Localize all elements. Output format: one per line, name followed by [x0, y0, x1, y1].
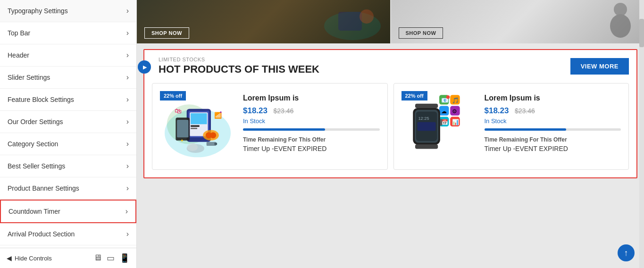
svg-rect-12 — [191, 128, 197, 129]
product-cards: 22% off — [144, 78, 636, 177]
chevron-right-icon: › — [126, 29, 129, 37]
sidebar-item-top-bar[interactable]: Top Bar › — [0, 22, 136, 44]
product-image-1: 📶 🛍 ✦ ● — [162, 93, 233, 159]
chevron-right-icon: › — [126, 95, 129, 104]
mobile-icon[interactable]: 📱 — [119, 253, 130, 263]
svg-rect-11 — [191, 125, 200, 127]
view-more-button[interactable]: VIEW MORE — [570, 58, 629, 75]
sidebar-item-label: Top Bar — [8, 29, 30, 37]
svg-rect-14 — [177, 120, 188, 137]
chevron-right-icon: › — [126, 162, 129, 170]
shop-now-button-left[interactable]: SHOP NOW — [144, 27, 189, 39]
chevron-right-icon: › — [126, 140, 129, 148]
device-icons: 🖥 ▭ 📱 — [93, 253, 130, 263]
sidebar: Typography Settings › Top Bar › Header ›… — [0, 0, 137, 268]
sidebar-item-slider-settings[interactable]: Slider Settings › — [0, 67, 136, 89]
svg-text:✦: ✦ — [180, 138, 184, 143]
product-image-area-1: 22% off — [160, 91, 235, 162]
scroll-to-top-button[interactable] — [618, 244, 635, 261]
sidebar-item-label: Countdown Timer — [8, 208, 60, 215]
svg-text:🎵: 🎵 — [452, 96, 459, 103]
banner-left-image — [319, 2, 385, 40]
svg-text:⚙: ⚙ — [452, 108, 457, 115]
chevron-right-icon: › — [125, 207, 128, 216]
svg-text:📊: 📊 — [452, 118, 459, 126]
hot-products-title-block: LIMITED STOCKS HOT PRODUCTS OF THIS WEEK — [159, 57, 319, 75]
product-name-2: Lorem Ipsum is — [485, 94, 621, 102]
tablet-icon[interactable]: ▭ — [107, 253, 115, 263]
banner-right-image — [602, 0, 639, 38]
sidebar-item-arrival-product-section[interactable]: Arrival Product Section › — [0, 223, 136, 245]
sidebar-item-label: Header — [8, 51, 29, 59]
svg-point-3 — [614, 3, 627, 16]
chevron-right-icon: › — [126, 184, 129, 193]
sidebar-item-label: Slider Settings — [8, 74, 50, 81]
svg-point-46 — [446, 95, 449, 99]
discount-badge-2: 22% off — [401, 91, 427, 100]
product-name-1: Lorem Ipsum is — [243, 94, 380, 102]
timer-label-1: Time Remaining For This Offer — [243, 136, 380, 143]
main-content: SHOP NOW SHOP NOW LIMITED STOCKS HOT PRO… — [137, 0, 644, 268]
sidebar-item-countdown-timer[interactable]: Countdown Timer › — [0, 200, 136, 223]
product-price-old-2: $23.46 — [515, 107, 535, 115]
sidebar-item-category-section[interactable]: Category Section › — [0, 133, 136, 155]
chevron-right-icon: › — [126, 7, 129, 15]
chevron-right-icon: › — [126, 230, 129, 238]
sidebar-item-feature-block-settings[interactable]: Feature Block Settings › — [0, 89, 136, 111]
arrow-left-icon: ◀ — [7, 254, 12, 262]
svg-point-21 — [187, 143, 198, 151]
banner-left: SHOP NOW — [137, 0, 390, 43]
svg-point-17 — [210, 132, 216, 138]
sidebar-scroll[interactable]: Typography Settings › Top Bar › Header ›… — [0, 0, 136, 248]
product-image-area-2: 22% off 📧 🎵 ⚙ ☁ 📊 — [401, 91, 477, 162]
svg-rect-1 — [338, 12, 362, 31]
shop-now-button-right[interactable]: SHOP NOW — [399, 27, 443, 39]
timer-label-2: Time Remaining For This Offer — [485, 136, 621, 143]
svg-rect-45 — [440, 119, 442, 126]
in-stock-1: In Stock — [243, 117, 380, 125]
hide-controls-button[interactable]: ◀ Hide Controls — [7, 254, 52, 262]
svg-rect-10 — [191, 113, 207, 124]
right-scrollbar[interactable] — [639, 0, 644, 268]
product-price-old-1: $23.46 — [273, 107, 293, 115]
chevron-right-icon: › — [126, 51, 129, 59]
discount-badge-1: 22% off — [160, 91, 186, 100]
progress-bar-fill-1 — [243, 128, 325, 131]
timer-expired-2: Timer Up -EVENT EXPIRED — [485, 145, 621, 152]
product-card-2: 22% off 📧 🎵 ⚙ ☁ 📊 — [393, 83, 629, 170]
sidebar-item-label: Best Seller Settings — [8, 162, 65, 170]
svg-point-2 — [360, 9, 374, 24]
sidebar-item-best-seller-settings[interactable]: Best Seller Settings › — [0, 155, 136, 177]
hot-products-title: HOT PRODUCTS OF THIS WEEK — [159, 63, 319, 75]
desktop-icon[interactable]: 🖥 — [93, 253, 102, 263]
progress-bar-bg-1 — [243, 128, 380, 131]
sidebar-item-label: Typography Settings — [8, 7, 68, 15]
progress-bar-fill-2 — [485, 128, 567, 131]
product-info-2: Lorem Ipsum is $18.23 $23.46 In Stock Ti… — [485, 91, 621, 152]
svg-rect-39 — [415, 144, 437, 149]
product-card-1: 22% off — [152, 83, 388, 170]
hot-products-header: LIMITED STOCKS HOT PRODUCTS OF THIS WEEK… — [144, 50, 636, 78]
sidebar-item-label: Category Section — [8, 140, 58, 148]
hot-products-section: LIMITED STOCKS HOT PRODUCTS OF THIS WEEK… — [143, 49, 637, 178]
svg-point-4 — [610, 14, 631, 38]
svg-rect-23 — [214, 143, 217, 145]
sidebar-item-our-order-settings[interactable]: Our Order Settings › — [0, 111, 136, 133]
product-image-2: 📧 🎵 ⚙ ☁ 📊 📅 — [409, 92, 470, 161]
sidebar-item-product-banner-settings[interactable]: Product Banner Settings › — [0, 177, 136, 200]
product-price-new-2: $18.23 — [485, 106, 509, 115]
sidebar-item-typography-settings[interactable]: Typography Settings › — [0, 0, 136, 22]
svg-rect-44 — [417, 122, 435, 131]
svg-text:12:25: 12:25 — [418, 116, 429, 121]
svg-rect-38 — [415, 103, 437, 108]
sidebar-item-header[interactable]: Header › — [0, 44, 136, 67]
sidebar-item-label: Our Order Settings — [8, 118, 63, 126]
progress-bar-bg-2 — [485, 128, 621, 131]
sidebar-item-label: Product Banner Settings — [8, 184, 79, 192]
product-price-new-1: $18.23 — [243, 106, 268, 115]
chevron-right-icon: › — [126, 117, 129, 126]
in-stock-2: In Stock — [485, 117, 621, 125]
right-scrollbar-thumb — [639, 19, 644, 47]
sidebar-item-label: Feature Block Settings — [8, 96, 74, 103]
svg-text:🛍: 🛍 — [175, 107, 182, 115]
